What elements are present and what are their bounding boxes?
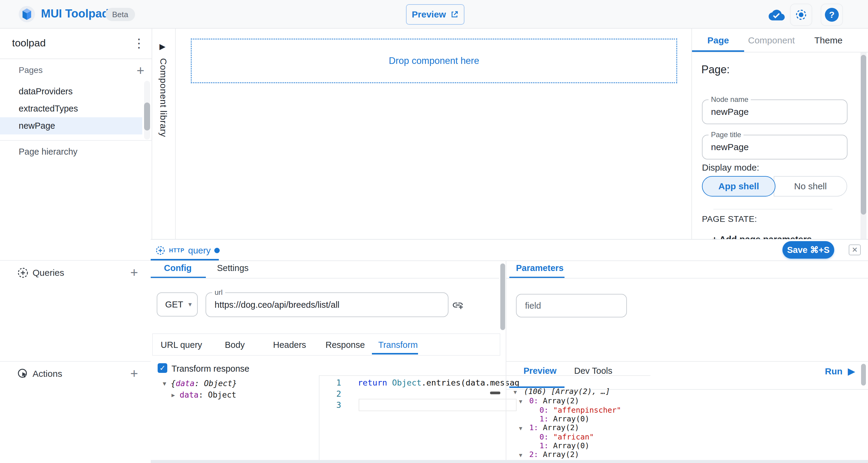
tab-dev-tools[interactable]: Dev Tools [574,366,613,376]
tab-settings[interactable]: Settings [217,263,249,273]
save-button[interactable]: Save ⌘+S [782,241,834,259]
app-title: MUI Toolpad [41,7,109,20]
help-button[interactable]: ? [821,4,843,26]
line-number: 2 [319,388,341,399]
json-value: Array(2) [543,396,579,405]
url-field[interactable]: url https://dog.ceo/api/breeds/list/all [206,292,448,317]
add-link-icon[interactable] [452,299,464,311]
json-row[interactable]: ▼0: Array(2) [506,396,861,406]
unsaved-dot-icon [214,248,220,253]
sidebar-item-dataproviders[interactable]: dataProviders [0,83,142,100]
close-panel-button[interactable]: ✕ [849,244,861,255]
page-title-field[interactable]: Page title newPage [702,135,847,159]
sidebar-item-extractedtypes[interactable]: extractedTypes [0,100,142,117]
collapse-arrow-icon[interactable]: ▼ [519,451,529,459]
play-icon: ▶ [848,366,855,376]
tab-page[interactable]: Page [707,35,729,45]
inspector-scrollbar-thumb[interactable] [861,55,866,215]
parameter-field-input[interactable]: field [516,294,627,317]
inspector-panel: Page Component Theme Page: Node name new… [691,29,868,239]
tab-theme[interactable]: Theme [814,35,842,45]
config-scrollbar-thumb[interactable] [500,264,505,330]
preview-button[interactable]: Preview [406,4,464,25]
json-value: Array(0) [553,414,589,423]
tree-root-row[interactable]: ▼ {data: Object} [163,378,237,389]
transform-response-checkbox[interactable]: ✓ [158,363,167,373]
toolpad-app: MUI Toolpad Beta Preview ? toolpad [0,0,868,463]
collapse-arrow-icon[interactable]: ▼ [519,424,529,433]
url-value: https://dog.ceo/api/breeds/list/all [215,293,339,316]
json-key: 2: [529,450,543,459]
tab-component[interactable]: Component [748,35,795,45]
http-query-icon [155,245,165,256]
sun-icon [795,8,807,21]
code-rest: .entries(data.messag [421,378,519,387]
display-mode-label: Display mode: [702,162,759,173]
method-value: GET [165,300,183,310]
sidebar-item-newpage[interactable]: newPage [0,117,142,134]
page-item-label: extractedTypes [19,104,78,114]
expand-arrow-icon[interactable]: ▶ [172,392,175,398]
json-row[interactable]: 0: "affenpinscher" [506,406,861,414]
actions-label: Actions [33,369,62,379]
app-header: MUI Toolpad Beta Preview ? [0,0,868,29]
tree-child-row[interactable]: ▶ data: Object [163,389,237,401]
add-page-parameters-button[interactable]: + Add page parameters [712,234,812,239]
json-row[interactable]: 1: Array(0) [506,414,861,423]
json-row[interactable]: 0: "african" [506,433,861,441]
tree-key: data [180,390,198,399]
json-key: 0: [539,406,553,414]
json-row[interactable]: ▼2: Array(2) [506,450,861,459]
explorer-sidebar: toolpad ⋮ Pages + dataProviders extracte… [0,29,152,463]
tab-preview[interactable]: Preview [524,366,557,376]
tab-body[interactable]: Body [225,340,245,350]
tab-parameters[interactable]: Parameters [516,263,564,273]
json-row[interactable]: ▼1: Array(2) [506,423,861,433]
cloud-synced-icon [769,9,785,21]
component-library-flap[interactable]: ▶ Component library [152,29,176,239]
collapse-arrow-icon[interactable]: ▼ [519,397,529,406]
divider [151,260,868,261]
json-value: Array(2) [543,423,579,432]
node-name-field[interactable]: Node name newPage [702,99,847,124]
tab-headers[interactable]: Headers [273,340,306,350]
inspector-tabs: Page Component Theme [692,29,868,53]
project-menu-kebab-icon[interactable]: ⋮ [131,34,147,52]
collapse-arrow-icon[interactable]: ▼ [163,380,166,387]
collapse-arrow-icon[interactable]: ▼ [514,388,524,396]
json-row[interactable]: ▼(106) [Array(2), …] [506,387,861,396]
method-select[interactable]: GET ▾ [157,292,198,316]
preview-scrollbar-thumb[interactable] [861,364,866,385]
no-shell-option[interactable]: No shell [774,176,847,196]
pages-scrollbar-thumb[interactable] [144,102,150,130]
add-page-button[interactable]: + [134,64,147,78]
help-icon: ? [825,8,839,22]
page-item-label: dataProviders [19,87,73,96]
preview-button-label: Preview [412,9,446,20]
line-number: 3 [319,399,341,410]
project-header: toolpad ⋮ [0,29,152,59]
app-shell-option[interactable]: App shell [702,176,775,196]
page-hierarchy-label[interactable]: Page hierarchy [19,147,78,157]
tab-transform[interactable]: Transform [378,340,418,350]
tab-response[interactable]: Response [326,340,365,350]
editor-scroll-marker[interactable] [490,392,500,394]
add-action-button[interactable]: + [127,367,141,380]
external-link-icon [450,10,459,19]
tab-config[interactable]: Config [164,263,192,273]
json-key: 1: [539,414,553,423]
pages-section-label: Pages [19,65,42,75]
active-tab-underline [372,353,418,354]
divider [0,140,152,141]
tab-url-query[interactable]: URL query [161,340,202,350]
add-query-button[interactable]: + [127,266,141,279]
query-tab[interactable]: HTTP query [155,243,220,258]
json-value: "african" [553,433,594,441]
theme-toggle-button[interactable] [790,4,812,26]
json-row[interactable]: 1: Array(0) [506,441,861,450]
drop-zone[interactable]: Drop component here [191,38,677,83]
divider [506,278,868,279]
queries-label: Queries [33,268,64,278]
beta-badge: Beta [105,8,135,21]
run-button[interactable]: Run ▶ [825,366,855,376]
